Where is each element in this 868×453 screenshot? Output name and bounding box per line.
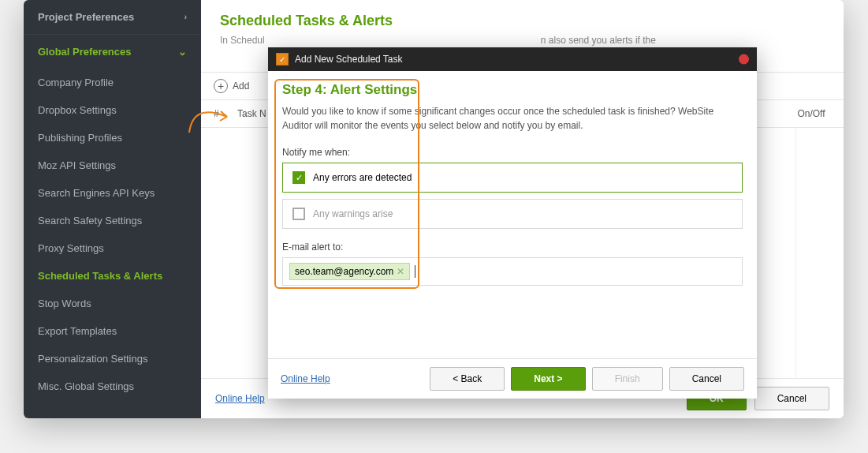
- global-preferences-header[interactable]: Global Preferences ⌄: [24, 34, 201, 69]
- check-icon: ✓: [292, 171, 305, 184]
- add-button[interactable]: + Add: [214, 79, 249, 93]
- notify-group: Notify me when: ✓ Any errors are detecte…: [282, 147, 743, 229]
- errors-label: Any errors are detected: [313, 172, 412, 183]
- sidebar-item-company[interactable]: Company Profile: [24, 69, 201, 96]
- checkbox-warnings[interactable]: Any warnings arise: [282, 199, 743, 229]
- sidebar-item-search-safety[interactable]: Search Safety Settings: [24, 207, 201, 234]
- close-icon[interactable]: [739, 54, 749, 65]
- page-title: Scheduled Tasks & Alerts: [201, 0, 844, 34]
- sidebar-item-export[interactable]: Export Templates: [24, 317, 201, 345]
- finish-button: Finish: [592, 367, 663, 391]
- email-label: E-mail alert to:: [282, 241, 743, 253]
- modal-help-link[interactable]: Online Help: [281, 373, 330, 384]
- sidebar-item-scheduled[interactable]: Scheduled Tasks & Alerts: [24, 262, 201, 290]
- sidebar-item-moz[interactable]: Moz API Settings: [24, 152, 201, 179]
- chevron-right-icon: ›: [184, 13, 187, 21]
- project-prefs-label: Project Preferences: [38, 11, 134, 23]
- sidebar-item-stop-words[interactable]: Stop Words: [24, 290, 201, 317]
- col-onoff: On/Off: [792, 108, 831, 119]
- add-scheduled-task-modal: ✓ Add New Scheduled Task Step 4: Alert S…: [268, 47, 757, 399]
- global-prefs-label: Global Preferences: [38, 46, 132, 58]
- chevron-down-icon: ⌄: [178, 46, 187, 58]
- plus-icon: +: [214, 79, 228, 93]
- sidebar-item-personalization[interactable]: Personalization Settings: [24, 345, 201, 373]
- sidebar-item-proxy[interactable]: Proxy Settings: [24, 234, 201, 262]
- modal-title: Add New Scheduled Task: [295, 54, 403, 65]
- modal-titlebar[interactable]: ✓ Add New Scheduled Task: [268, 47, 757, 71]
- back-button[interactable]: < Back: [430, 367, 505, 391]
- email-value: seo.team@agency.com: [295, 266, 393, 277]
- online-help-link[interactable]: Online Help: [215, 393, 265, 404]
- checkbox-errors[interactable]: ✓ Any errors are detected: [282, 163, 743, 193]
- next-button[interactable]: Next >: [511, 367, 585, 391]
- col-number: #: [214, 108, 237, 119]
- check-icon: [292, 208, 305, 220]
- modal-cancel-button[interactable]: Cancel: [669, 367, 744, 391]
- email-group: E-mail alert to: seo.team@agency.com ✕: [282, 241, 743, 286]
- sidebar-item-search-keys[interactable]: Search Engines API Keys: [24, 179, 201, 207]
- cancel-button[interactable]: Cancel: [754, 387, 829, 410]
- email-tag: seo.team@agency.com ✕: [289, 263, 410, 280]
- add-label: Add: [233, 80, 249, 92]
- email-input[interactable]: seo.team@agency.com ✕: [282, 257, 743, 286]
- sidebar-item-dropbox[interactable]: Dropbox Settings: [24, 96, 201, 124]
- text-cursor: [415, 265, 415, 278]
- project-preferences-header[interactable]: Project Preferences ›: [24, 0, 201, 34]
- sidebar-item-publishing[interactable]: Publishing Profiles: [24, 124, 201, 152]
- task-icon: ✓: [276, 53, 289, 66]
- notify-label: Notify me when:: [282, 147, 743, 158]
- step-description: Would you like to know if some significa…: [282, 104, 743, 133]
- warnings-label: Any warnings arise: [313, 208, 393, 219]
- modal-body: Step 4: Alert Settings Would you like to…: [268, 71, 757, 358]
- sidebar-item-misc[interactable]: Misc. Global Settings: [24, 373, 201, 400]
- step-title: Step 4: Alert Settings: [282, 82, 743, 98]
- sidebar: Project Preferences › Global Preferences…: [24, 0, 201, 418]
- modal-footer: Online Help < Back Next > Finish Cancel: [268, 358, 757, 399]
- remove-email-icon[interactable]: ✕: [397, 266, 404, 277]
